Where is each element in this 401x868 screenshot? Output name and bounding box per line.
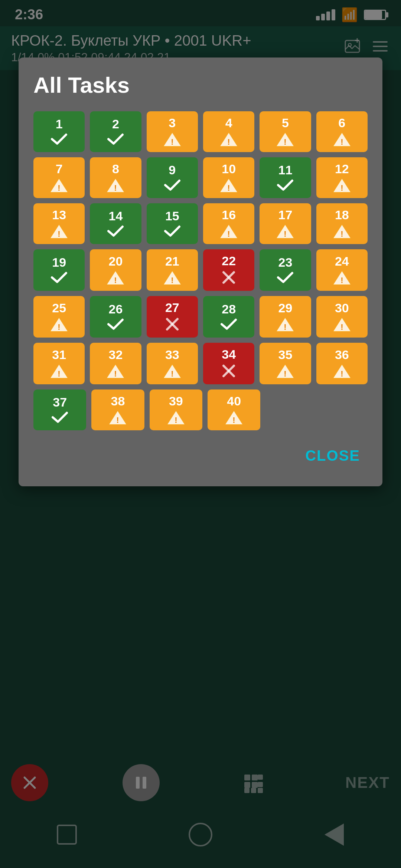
warning-icon-25: ! [50,316,68,333]
task-cell-36[interactable]: 36! [316,343,368,384]
task-cell-20[interactable]: 20! [90,249,141,291]
task-cell-7[interactable]: 7! [33,157,85,198]
task-cell-33[interactable]: 33! [147,343,198,384]
task-cell-12[interactable]: 12! [316,157,368,198]
warning-icon-30: ! [333,316,351,333]
task-cell-30[interactable]: 30! [316,296,368,338]
warning-icon-10: ! [219,177,238,194]
warning-icon-7: ! [50,177,68,194]
warning-icon-35: ! [276,363,294,380]
check-icon-9 [164,178,181,193]
task-cell-27[interactable]: 27 [147,296,198,338]
svg-text:!: ! [58,369,60,378]
task-cell-5[interactable]: 5! [260,111,311,152]
task-cell-16[interactable]: 16! [203,203,254,244]
task-cell-3[interactable]: 3! [147,111,198,152]
warning-icon-38: ! [108,410,127,427]
warning-icon-3: ! [163,131,182,148]
svg-text:!: ! [284,369,287,378]
task-cell-26[interactable]: 26 [90,296,141,338]
task-cell-21[interactable]: 21! [147,249,198,291]
svg-text:!: ! [232,415,235,425]
task-cell-19[interactable]: 19 [33,249,85,291]
task-cell-11[interactable]: 11 [260,157,311,198]
svg-text:!: ! [284,322,287,332]
check-icon-15 [164,224,181,239]
warning-icon-16: ! [219,223,238,240]
warning-icon-18: ! [333,223,351,240]
task-cell-28[interactable]: 28 [203,296,254,338]
svg-text:!: ! [171,369,173,378]
all-tasks-modal: All Tasks 123!4!5!6!7!8!910!1112!13!1415… [19,57,382,486]
warning-icon-24: ! [333,270,351,287]
task-cell-10[interactable]: 10! [203,157,254,198]
warning-icon-8: ! [106,177,125,194]
check-icon-14 [107,224,124,239]
task-cell-13[interactable]: 13! [33,203,85,244]
warning-icon-4: ! [219,131,238,148]
task-cell-25[interactable]: 25! [33,296,85,338]
check-icon-28 [220,318,237,332]
task-cell-39[interactable]: 39! [150,389,202,430]
svg-text:!: ! [227,229,230,239]
check-icon-37 [51,411,68,425]
warning-icon-33: ! [163,363,182,380]
svg-text:!: ! [114,276,117,285]
warning-icon-40: ! [225,410,243,427]
task-cell-37[interactable]: 37 [33,389,86,430]
warning-icon-32: ! [106,363,125,380]
task-cell-17[interactable]: 17! [260,203,311,244]
warning-icon-36: ! [333,363,351,380]
x-icon-22 [221,269,237,287]
check-icon-26 [107,318,124,332]
check-icon-11 [277,178,294,193]
svg-text:!: ! [340,276,343,285]
check-icon-1 [50,132,68,147]
svg-text:!: ! [284,229,287,239]
warning-icon-31: ! [50,363,68,380]
warning-icon-39: ! [167,410,185,427]
task-cell-9[interactable]: 9 [147,157,198,198]
task-cell-22[interactable]: 22 [203,249,254,291]
warning-icon-21: ! [163,270,182,287]
task-cell-40[interactable]: 40! [208,389,260,430]
task-cell-15[interactable]: 15 [147,203,198,244]
x-icon-34 [221,363,237,381]
warning-icon-17: ! [276,223,294,240]
task-cell-18[interactable]: 18! [316,203,368,244]
task-cell-6[interactable]: 6! [316,111,368,152]
warning-icon-12: ! [333,177,351,194]
task-cell-23[interactable]: 23 [260,249,311,291]
task-cell-34[interactable]: 34 [203,343,254,384]
task-cell-32[interactable]: 32! [90,343,141,384]
close-button[interactable]: CLOSE [298,444,368,468]
check-icon-19 [50,271,68,286]
svg-text:!: ! [175,415,177,425]
task-cell-29[interactable]: 29! [260,296,311,338]
task-cell-24[interactable]: 24! [316,249,368,291]
task-cell-2[interactable]: 2 [90,111,141,152]
task-cell-4[interactable]: 4! [203,111,254,152]
svg-text:!: ! [340,137,343,147]
svg-text:!: ! [114,369,117,378]
modal-title: All Tasks [33,72,368,98]
task-cell-8[interactable]: 8! [90,157,141,198]
svg-text:!: ! [227,137,230,147]
svg-text:!: ! [340,183,343,193]
svg-text:!: ! [284,137,287,147]
check-icon-2 [107,132,124,147]
warning-icon-13: ! [50,223,68,240]
svg-text:!: ! [117,415,119,425]
task-cell-1[interactable]: 1 [33,111,85,152]
task-cell-31[interactable]: 31! [33,343,85,384]
warning-icon-5: ! [276,131,294,148]
task-cell-35[interactable]: 35! [260,343,311,384]
task-cell-14[interactable]: 14 [90,203,141,244]
warning-icon-29: ! [276,316,294,333]
svg-text:!: ! [171,276,173,285]
svg-text:!: ! [340,369,343,378]
warning-icon-20: ! [106,270,125,287]
svg-text:!: ! [114,183,117,193]
task-cell-38[interactable]: 38! [91,389,144,430]
x-icon-27 [164,316,180,334]
